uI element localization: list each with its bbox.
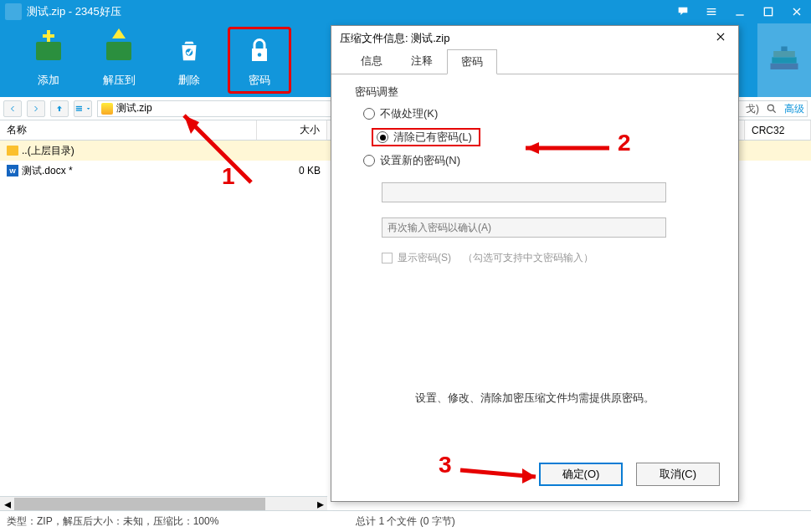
- status-left: 类型：ZIP，解压后大小：未知，压缩比：100%: [7, 514, 218, 529]
- file-size: 0 KB: [257, 165, 327, 176]
- extract-button[interactable]: 解压到: [87, 27, 151, 94]
- dialog-title-bar: 压缩文件信息: 测试.zip: [331, 26, 738, 51]
- crumb-suffix: 戈): [746, 102, 759, 116]
- maximize-button[interactable]: [754, 0, 783, 23]
- dialog-hint-text: 设置、修改、清除加密压缩文件均需提供原密码。: [355, 391, 715, 406]
- path-text: 测试.zip: [116, 101, 152, 115]
- extract-icon: [100, 33, 137, 69]
- svg-rect-9: [76, 110, 82, 110]
- dialog-close-button[interactable]: [715, 31, 730, 46]
- file-name: 测试.docx *: [22, 164, 73, 178]
- radio-label: 不做处理(K): [380, 106, 438, 121]
- docx-icon: W: [7, 165, 18, 176]
- status-center: 总计 1 个文件 (0 字节): [356, 514, 455, 529]
- search-icon[interactable]: [766, 103, 778, 115]
- svg-rect-0: [764, 8, 772, 15]
- scroll-right-button[interactable]: ▸: [313, 497, 327, 511]
- dialog-title: 压缩文件信息: 测试.zip: [340, 31, 449, 46]
- cancel-button[interactable]: 取消(C): [636, 463, 720, 486]
- radio-label: 设置新的密码(N): [380, 153, 460, 168]
- extract-label: 解压到: [103, 73, 136, 88]
- tab-comment[interactable]: 注释: [397, 49, 447, 74]
- svg-rect-6: [781, 47, 787, 52]
- trash-icon: [171, 33, 208, 69]
- archive-info-dialog: 压缩文件信息: 测试.zip 信息 注释 密码 密码调整 不做处理(K) 清除已…: [331, 25, 739, 502]
- password-label: 密码: [249, 73, 270, 88]
- svg-rect-8: [76, 108, 82, 109]
- svg-point-2: [258, 53, 262, 57]
- show-password-checkbox[interactable]: [382, 253, 393, 263]
- app-icon: [5, 3, 22, 20]
- svg-rect-3: [771, 64, 798, 69]
- delete-label: 删除: [178, 73, 200, 88]
- dialog-body: 密码调整 不做处理(K) 清除已有密码(L) 设置新的密码(N) 显示密码(S)…: [331, 74, 738, 453]
- tab-info[interactable]: 信息: [346, 49, 397, 74]
- password-button[interactable]: 密码: [228, 27, 291, 94]
- folder-icon: [7, 146, 18, 156]
- scroll-thumb[interactable]: [14, 498, 265, 510]
- advanced-link[interactable]: 高级: [784, 102, 804, 116]
- parent-dir-label: ..(上层目录): [22, 144, 74, 158]
- radio-set-password[interactable]: 设置新的密码(N): [363, 151, 715, 170]
- radio-clear-password[interactable]: 清除已有密码(L): [372, 128, 480, 146]
- dialog-tabs: 信息 注释 密码: [331, 51, 738, 74]
- radio-icon: [363, 155, 375, 166]
- nav-view[interactable]: [74, 100, 92, 117]
- minimize-button[interactable]: [726, 0, 754, 23]
- nav-forward[interactable]: [27, 100, 45, 117]
- svg-rect-7: [76, 105, 82, 106]
- radio-icon: [363, 108, 375, 120]
- show-password-label: 显示密码(S): [398, 251, 451, 265]
- dialog-button-row: 确定(O) 取消(C): [331, 453, 738, 501]
- column-crc[interactable]: CRC32: [744, 120, 811, 141]
- column-name[interactable]: 名称: [0, 120, 257, 140]
- show-password-hint: （勾选可支持中文密码输入）: [463, 251, 593, 265]
- right-crumbs: 戈) 高级: [746, 97, 811, 120]
- scroll-left-button[interactable]: ◂: [0, 497, 14, 511]
- add-button[interactable]: 添加: [17, 27, 80, 94]
- delete-button[interactable]: 删除: [157, 27, 221, 94]
- radio-label: 清除已有密码(L): [393, 130, 472, 145]
- password-input: [382, 182, 666, 202]
- tab-password[interactable]: 密码: [447, 49, 497, 74]
- add-label: 添加: [38, 73, 59, 88]
- radio-no-change[interactable]: 不做处理(K): [363, 105, 715, 123]
- window-title: 测试.zip - 2345好压: [27, 4, 121, 19]
- fieldset-label: 密码调整: [355, 84, 715, 100]
- right-icons-faded: [757, 23, 811, 97]
- feedback-icon[interactable]: [669, 0, 697, 23]
- add-icon: [30, 33, 67, 69]
- close-button[interactable]: [783, 0, 811, 23]
- radio-icon: [377, 131, 388, 143]
- nav-up[interactable]: [50, 100, 69, 117]
- ok-button[interactable]: 确定(O): [539, 463, 623, 486]
- window-title-bar: 测试.zip - 2345好压: [0, 0, 811, 23]
- svg-point-10: [767, 105, 773, 110]
- nav-back[interactable]: [3, 100, 22, 117]
- horizontal-scrollbar[interactable]: ◂ ▸: [0, 496, 327, 510]
- column-size[interactable]: 大小: [257, 120, 327, 140]
- status-bar: 类型：ZIP，解压后大小：未知，压缩比：100% 总计 1 个文件 (0 字节): [0, 510, 811, 532]
- menu-icon[interactable]: [697, 0, 726, 23]
- svg-rect-5: [773, 51, 795, 57]
- svg-rect-4: [772, 57, 796, 63]
- archive-icon: [101, 103, 113, 115]
- lock-icon: [241, 33, 278, 69]
- password-confirm-input: [382, 217, 666, 238]
